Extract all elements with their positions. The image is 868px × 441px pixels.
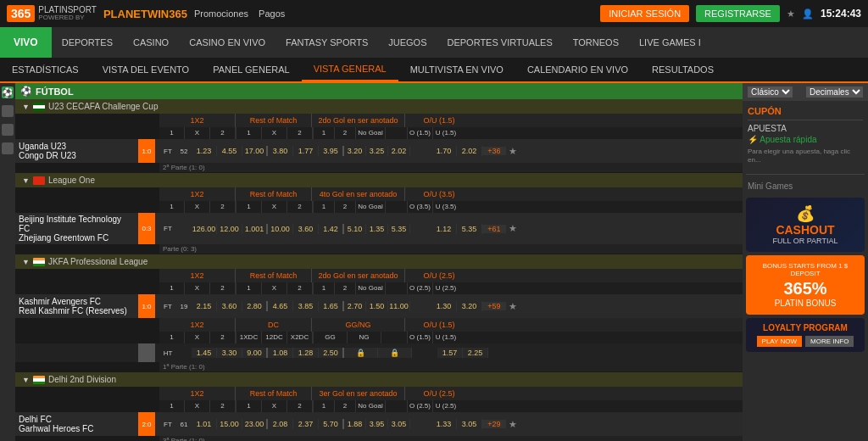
odd2-1x2-2[interactable]: 1.001 xyxy=(242,224,268,234)
favorite-star-delhi[interactable]: ★ xyxy=(506,419,520,430)
nav-fantasy[interactable]: FANTASY SPORTS xyxy=(275,27,378,58)
odd3-rest-1[interactable]: 4.65 xyxy=(268,301,293,311)
odd4-1x2-x[interactable]: 15.00 xyxy=(217,419,242,429)
subnav-calendario[interactable]: CALENDARIO EN VIVO xyxy=(515,58,640,81)
odd-rest-1[interactable]: 3.80 xyxy=(268,146,293,156)
nav-deportes-virtuales[interactable]: DEPORTES VIRTUALES xyxy=(437,27,562,58)
nav-casino-en-vivo[interactable]: CASINO EN VIVO xyxy=(179,27,275,58)
odd2-rest-x[interactable]: 3.60 xyxy=(293,224,319,234)
odd-1x2-1[interactable]: 1.23 xyxy=(192,146,217,156)
odd4-ou-o[interactable]: 1.33 xyxy=(431,419,457,429)
classic-select[interactable]: Clásico xyxy=(748,87,793,98)
nav-live-games[interactable]: LIVE GAMES I xyxy=(629,27,711,58)
odd3-1x2-x[interactable]: 3.60 xyxy=(217,301,242,311)
odd-1x2-2[interactable]: 17.00 xyxy=(242,146,268,156)
odd3-rest-2[interactable]: 1.65 xyxy=(319,301,344,311)
subnav-resultados[interactable]: RESULTADOS xyxy=(640,58,726,81)
sidebar-icon-1[interactable] xyxy=(2,105,14,117)
loyalty-btn-1[interactable]: PLAY NOW xyxy=(757,336,803,347)
login-button[interactable]: INICIAR SESIÓN xyxy=(600,5,689,22)
odd3ht-2[interactable]: 9.00 xyxy=(242,348,268,358)
nav-torneos[interactable]: TORNEOS xyxy=(563,27,629,58)
odd-ou-o[interactable]: 1.70 xyxy=(431,146,457,156)
favorite-star-cecafa[interactable]: ★ xyxy=(506,146,520,157)
sidebar-icon-2[interactable] xyxy=(2,124,14,136)
league-header-delhi[interactable]: ▼ Delhi 2nd Division xyxy=(15,372,743,387)
odd3-gol-2[interactable]: 1.50 xyxy=(366,301,388,311)
odd4-gol-2[interactable]: 3.95 xyxy=(366,419,388,429)
odd-gol-ng[interactable]: 2.02 xyxy=(388,146,410,156)
odd-1x2-x[interactable]: 4.55 xyxy=(217,146,242,156)
odd-gol-1[interactable]: 3.20 xyxy=(344,146,366,156)
subnav-vista-evento[interactable]: VISTA DEL EVENTO xyxy=(91,58,202,81)
odd3-gol-ng[interactable]: 11.00 xyxy=(388,301,410,311)
odd4-rest-2[interactable]: 5.70 xyxy=(319,419,344,429)
odd3-1x2-2[interactable]: 2.80 xyxy=(242,301,268,311)
odd-rest-2[interactable]: 3.95 xyxy=(319,146,344,156)
sidebar-sport-icon[interactable]: ⚽ xyxy=(2,87,14,98)
subnav-panel[interactable]: PANEL GENERAL xyxy=(201,58,301,81)
odd-gol-2[interactable]: 3.25 xyxy=(366,146,388,156)
odd4-1x2-2[interactable]: 23.00 xyxy=(242,419,268,429)
subnav-multivista[interactable]: MULTIVISTA EN VIVO xyxy=(398,58,515,81)
nav-juegos[interactable]: JUEGOS xyxy=(378,27,437,58)
odd3-gol-1[interactable]: 2.70 xyxy=(344,301,366,311)
odd2-1x2-x[interactable]: 12.00 xyxy=(217,224,242,234)
loyalty-btn-2[interactable]: MORE INFO xyxy=(805,336,854,347)
nav-deportes[interactable]: DEPORTES xyxy=(52,27,123,58)
odd3ht-dc1[interactable]: 1.08 xyxy=(268,348,293,358)
odd2-gol-1[interactable]: 5.10 xyxy=(344,224,366,234)
register-button[interactable]: REGISTRARSE xyxy=(696,5,780,22)
odd3ht-x[interactable]: 3.30 xyxy=(217,348,242,358)
odd3ht-dc2[interactable]: 1.28 xyxy=(293,348,319,358)
odd2-rest-1[interactable]: 10.00 xyxy=(268,224,293,234)
odd3-ou-u[interactable]: 3.20 xyxy=(457,301,482,311)
odd4-rest-1[interactable]: 2.08 xyxy=(268,419,293,429)
odd3-ou-o[interactable]: 1.30 xyxy=(431,301,457,311)
odd2-ou-o[interactable]: 1.12 xyxy=(431,224,457,234)
odd4-gol-ng[interactable]: 3.05 xyxy=(388,419,410,429)
odd4-gol-1[interactable]: 1.88 xyxy=(344,419,366,429)
league-header-league-one[interactable]: ▼ League One xyxy=(15,173,743,187)
league-header-jkfa[interactable]: ▼ JKFA Professional League xyxy=(15,254,743,269)
subnav-estadisticas[interactable]: ESTADÍSTICAS xyxy=(0,58,91,81)
decimals-select[interactable]: Decimales xyxy=(806,87,863,98)
nav-casino[interactable]: CASINO xyxy=(123,27,179,58)
odd4-rest-x[interactable]: 2.37 xyxy=(293,419,319,429)
more-bets-league-one[interactable]: +61 xyxy=(482,225,506,233)
bonus-banner[interactable]: BONUS STARTS FROM 1 $ DEPOSIT 365% PLATI… xyxy=(746,255,865,315)
odd3ht-1[interactable]: 1.45 xyxy=(192,348,217,358)
nav-pagos[interactable]: Pagos xyxy=(259,8,285,19)
league-name-jkfa: JKFA Professional League xyxy=(48,257,147,266)
favorite-star-jkfa[interactable]: ★ xyxy=(506,301,520,312)
odd3ht-gg[interactable]: 🔒 xyxy=(344,348,378,358)
sidebar-icon-3[interactable] xyxy=(2,142,14,154)
favorite-star-league-one[interactable]: ★ xyxy=(506,223,520,234)
more-bets-delhi[interactable]: +29 xyxy=(482,420,506,428)
odd4-1x2-1[interactable]: 1.01 xyxy=(192,419,217,429)
cashout-banner[interactable]: 💰 CASHOUT FULL OR PARTIAL xyxy=(746,198,865,252)
odd3ht-ng[interactable]: 🔒 xyxy=(378,348,412,358)
odd3-rest-x[interactable]: 3.85 xyxy=(293,301,319,311)
nav-promociones[interactable]: Promociones xyxy=(194,8,248,19)
more-bets-cecafa[interactable]: +36 xyxy=(482,147,506,155)
odd3ht-ou-o[interactable]: 1.57 xyxy=(437,348,463,358)
odd3ht-dc3[interactable]: 2.50 xyxy=(319,348,344,358)
odd2-1x2-1[interactable]: 126.00 xyxy=(192,224,217,234)
odd4-ou-u[interactable]: 3.05 xyxy=(457,419,482,429)
odd2-ou-u[interactable]: 5.35 xyxy=(457,224,482,234)
star-icon[interactable]: ★ xyxy=(787,8,795,20)
league-header-cecafa[interactable]: ▼ U23 CECAFA Challenge Cup xyxy=(15,99,743,114)
subnav-vista-general[interactable]: VISTA GENERAL xyxy=(302,58,398,81)
odd2-gol-ng[interactable]: 5.35 xyxy=(388,224,410,234)
loyalty-banner[interactable]: LOYALTY PROGRAM PLAY NOW MORE INFO xyxy=(746,318,865,352)
more-bets-jkfa[interactable]: +59 xyxy=(482,302,506,310)
odd-ou-u[interactable]: 2.02 xyxy=(457,146,482,156)
odd3-1x2-1[interactable]: 2.15 xyxy=(192,301,217,311)
odd2-gol-2[interactable]: 1.35 xyxy=(366,224,388,234)
odd3ht-ou-u[interactable]: 2.25 xyxy=(463,348,488,358)
nav-vivo[interactable]: VIVO xyxy=(0,27,52,58)
user-icon[interactable]: 👤 xyxy=(802,8,814,20)
odd2-rest-2[interactable]: 1.42 xyxy=(319,224,344,234)
odd-rest-x[interactable]: 1.77 xyxy=(293,146,319,156)
